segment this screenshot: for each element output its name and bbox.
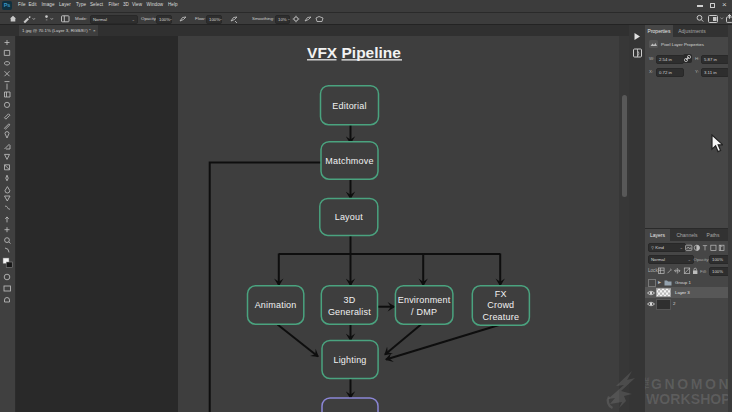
svg-text:Editorial: Editorial: [332, 101, 366, 111]
svg-text:Layout: Layout: [335, 212, 364, 222]
svg-text:Environment: Environment: [398, 295, 451, 305]
svg-text:Crowd: Crowd: [487, 300, 514, 310]
svg-text:Animation: Animation: [255, 300, 297, 310]
svg-text:3D: 3D: [343, 295, 355, 305]
svg-text:VFX Pipeline: VFX Pipeline: [307, 44, 401, 61]
svg-text:Creature: Creature: [482, 312, 519, 322]
svg-text:WORKSHOP: WORKSHOP: [646, 391, 731, 407]
svg-text:Generalist: Generalist: [328, 307, 371, 317]
svg-text:Matchmove: Matchmove: [325, 156, 373, 166]
svg-text:GNOMON: GNOMON: [651, 376, 731, 392]
svg-text:/ DMP: / DMP: [411, 307, 437, 317]
svg-text:FX: FX: [495, 289, 507, 299]
svg-text:Lighting: Lighting: [333, 355, 366, 365]
svg-text:THE: THE: [643, 377, 650, 389]
